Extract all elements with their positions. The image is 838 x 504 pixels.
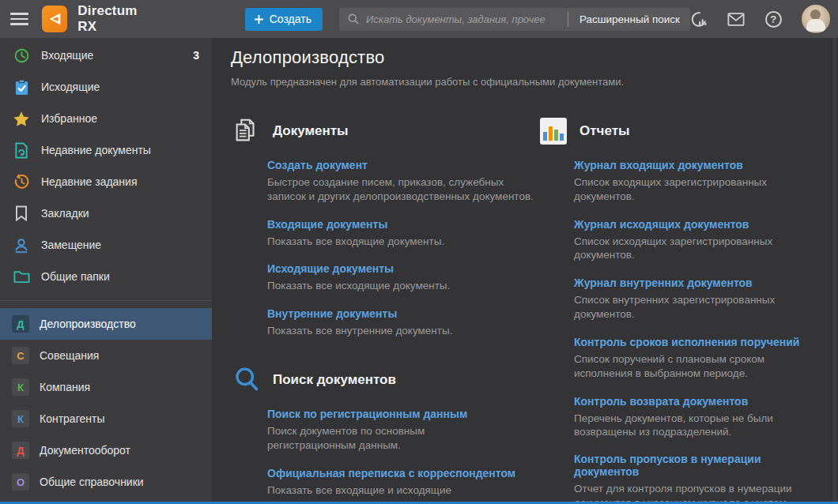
sidebar-item-inbox[interactable]: Входящие 3 — [0, 39, 212, 71]
bookmark-icon — [12, 205, 31, 222]
left-column: Документы Создать документ Быстрое созда… — [231, 115, 538, 502]
section-title: Отчеты — [579, 123, 630, 139]
sidebar-item-shared-folders[interactable]: Общие папки — [0, 261, 212, 292]
link-description: Показать все входящие и исходящие докуме… — [267, 483, 504, 502]
search-documents-icon — [231, 364, 262, 396]
link-description: Список внутренних зарегистрированных док… — [574, 293, 819, 322]
link-incoming-journal[interactable]: Журнал входящих документов — [574, 159, 743, 171]
sidebar-item-label: Недавние документы — [41, 144, 151, 156]
sidebar-item-label: Закладки — [41, 207, 89, 220]
recent-task-icon — [12, 173, 31, 190]
link-create-document-item: Создать документ Быстрое создание писем,… — [267, 158, 538, 204]
sidebar-item-counterparties[interactable]: К Контрагенты — [0, 403, 212, 434]
module-letter-badge: О — [12, 473, 29, 491]
search-bar: Расширенный поиск — [339, 8, 690, 31]
link-official-correspondence-item: Официальная переписка с корреспондентом … — [267, 466, 538, 502]
sidebar-item-label: Контрагенты — [40, 412, 104, 425]
section-reports: Отчеты Журнал входящих документов Список… — [538, 115, 819, 502]
hamburger-menu-icon[interactable] — [10, 13, 28, 25]
sidebar-item-outbox[interactable]: Исходящие — [0, 71, 212, 103]
directum-rx-window: Directum RX Создать Расширенный поиск — [0, 0, 838, 504]
sidebar-item-meetings[interactable]: С Совещания — [0, 340, 212, 371]
unread-count-badge: 3 — [193, 49, 199, 62]
link-description: Показать все внутренние документы. — [267, 324, 538, 338]
page-title: Делопроизводство — [231, 47, 819, 68]
sidebar-item-label: Замещение — [41, 239, 101, 251]
module-letter-badge: С — [12, 347, 29, 364]
sidebar-item-label: Общие папки — [41, 270, 110, 283]
link-outgoing-documents[interactable]: Исходящие документы — [267, 262, 394, 275]
link-internal-journal[interactable]: Журнал внутренних документов — [574, 276, 753, 289]
documents-icon — [231, 115, 262, 147]
link-description: Поиск документов по основным регистрацио… — [267, 424, 504, 453]
link-outgoing-journal[interactable]: Журнал исходящих документов — [574, 218, 749, 231]
link-description: Список входящих зарегистрированных докум… — [574, 175, 819, 204]
sidebar: Входящие 3 Исходящие Избранное Недавние … — [0, 38, 212, 502]
user-avatar[interactable] — [802, 5, 830, 33]
link-description: Отчет для контроля пропусков в нумерации… — [574, 482, 819, 502]
sidebar-divider — [0, 300, 212, 301]
page-subtitle: Модуль предназначен для автоматизации ра… — [231, 76, 819, 88]
star-icon — [12, 110, 31, 127]
link-document-return-control[interactable]: Контроль возврата документов — [574, 395, 748, 408]
link-official-correspondence[interactable]: Официальная переписка с корреспондентом — [267, 467, 515, 480]
link-outgoing-journal-item: Журнал исходящих документов Список исход… — [574, 217, 819, 263]
link-search-by-registration-data[interactable]: Поиск по регистрационным данным — [267, 408, 467, 420]
sidebar-item-label: Общие справочники — [40, 476, 144, 488]
top-bar: Directum RX Создать Расширенный поиск — [0, 0, 838, 38]
main-content: Делопроизводство Модуль предназначен для… — [212, 38, 838, 502]
statistics-icon[interactable] — [690, 10, 708, 28]
link-incoming-documents[interactable]: Входящие документы — [267, 218, 387, 231]
link-description: Перечень документов, которые не были воз… — [574, 412, 819, 440]
link-create-document[interactable]: Создать документ — [267, 159, 368, 171]
link-internal-journal-item: Журнал внутренних документов Список внут… — [574, 276, 819, 322]
link-search-by-registration-data-item: Поиск по регистрационным данным Поиск до… — [267, 407, 538, 453]
app-title: Directum RX — [77, 3, 156, 35]
reports-icon — [538, 115, 569, 147]
sidebar-item-label: Недавние задания — [41, 175, 138, 188]
link-description: Список поручений с плановым сроком испол… — [574, 352, 819, 381]
search-icon — [347, 13, 360, 25]
sidebar-item-substitution[interactable]: Замещение — [0, 229, 212, 261]
sidebar-item-favorites[interactable]: Избранное — [0, 103, 212, 134]
plus-icon — [254, 14, 264, 24]
sidebar-item-label: Компания — [40, 381, 90, 393]
link-document-return-control-item: Контроль возврата документов Перечень до… — [574, 394, 819, 440]
clipboard-check-icon — [12, 78, 31, 96]
mail-icon[interactable] — [727, 10, 745, 28]
content-scrollbar[interactable] — [832, 38, 836, 502]
link-internal-documents[interactable]: Внутренние документы — [267, 307, 397, 320]
section-title: Документы — [273, 123, 349, 139]
link-assignment-deadline-control-item: Контроль сроков исполнения поручений Спи… — [574, 335, 819, 381]
advanced-search-button[interactable]: Расширенный поиск — [569, 8, 690, 31]
link-outgoing-documents-item: Исходящие документы Показать все исходящ… — [267, 261, 538, 293]
module-letter-badge: Д — [12, 442, 29, 459]
create-button[interactable]: Создать — [245, 8, 323, 31]
sidebar-item-label: Входящие — [41, 49, 93, 62]
link-description: Список исходящих зарегистрированных доку… — [574, 235, 819, 263]
help-icon[interactable]: ? — [764, 10, 782, 28]
sidebar-item-document-flow[interactable]: Д Документооборот — [0, 434, 212, 466]
sidebar-item-label: Совещания — [40, 349, 99, 362]
sidebar-item-recent-documents[interactable]: Недавние документы — [0, 134, 212, 166]
sidebar-item-company[interactable]: К Компания — [0, 371, 212, 403]
sidebar-item-label: Делопроизводство — [40, 318, 136, 330]
link-internal-documents-item: Внутренние документы Показать все внутре… — [267, 307, 538, 338]
folder-icon — [12, 268, 31, 285]
sidebar-item-shared-directories[interactable]: О Общие справочники — [0, 466, 212, 498]
sidebar-item-recent-tasks[interactable]: Недавние задания — [0, 166, 212, 197]
link-incoming-journal-item: Журнал входящих документов Список входящ… — [574, 158, 819, 204]
link-numbering-gaps-control[interactable]: Контроль пропусков в нумерации документо… — [574, 453, 819, 478]
link-description: Показать все входящие документы. — [267, 235, 538, 249]
search-divider — [568, 12, 568, 27]
module-letter-badge: К — [12, 410, 29, 427]
sidebar-item-records-management[interactable]: Д Делопроизводство — [0, 308, 212, 340]
module-letter-badge: К — [12, 378, 29, 396]
section-documents: Документы Создать документ Быстрое созда… — [231, 115, 538, 338]
directum-logo-icon — [42, 6, 67, 32]
sidebar-item-bookmarks[interactable]: Закладки — [0, 197, 212, 229]
link-assignment-deadline-control[interactable]: Контроль сроков исполнения поручений — [574, 336, 799, 348]
search-input[interactable] — [366, 13, 567, 25]
module-letter-badge: Д — [12, 315, 29, 333]
link-description: Быстрое создание писем, приказов, служеб… — [267, 175, 538, 204]
